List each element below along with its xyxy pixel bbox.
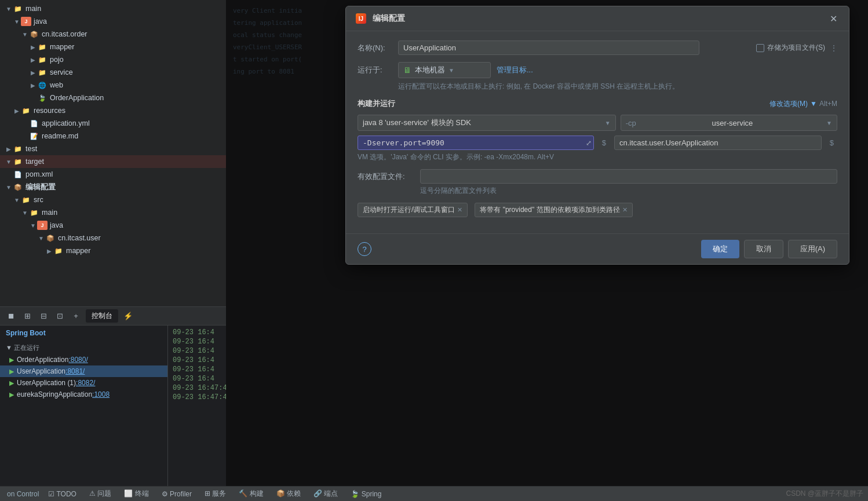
tab-console[interactable]: 控制台	[86, 309, 118, 323]
tree-label: cn.itcast.order	[42, 30, 87, 38]
status-on-control[interactable]: on Control	[5, 489, 41, 499]
tree-item-service[interactable]: ▶ 📁 service	[0, 66, 226, 79]
name-input[interactable]	[398, 41, 699, 55]
tree-item-readme[interactable]: 📝 readme.md	[0, 130, 226, 142]
app-port[interactable]: :8081/	[65, 367, 85, 375]
tree-arrow: ▼	[5, 184, 13, 191]
tree-item-java2[interactable]: ▼ J java	[0, 219, 226, 232]
layout-icon[interactable]: ⊞	[21, 310, 34, 323]
checkbox-square	[756, 44, 764, 52]
tree-item-mapper[interactable]: ▶ 📁 mapper	[0, 41, 226, 53]
tree-item-order-app[interactable]: 🍃 OrderApplication	[0, 92, 226, 104]
tree-item-java[interactable]: ▼ J java	[0, 15, 226, 28]
file-tree: ▼ 📁 main ▼ J java ▼ 📦 cn.itcast.order	[0, 0, 226, 306]
add-icon[interactable]: +	[70, 310, 82, 323]
tab-deps-label: 依赖	[287, 489, 301, 498]
cancel-button[interactable]: 取消	[744, 240, 783, 258]
dialog-close-button[interactable]: ✕	[827, 12, 840, 25]
app-name: eurekaSpringApplication	[17, 390, 92, 398]
tree-item-pojo[interactable]: ▶ 📁 pojo	[0, 53, 226, 66]
main-class-value: cn.itcast.user.UserApplication	[619, 138, 719, 147]
folder-icon: 📁	[21, 195, 31, 204]
vm-options-input[interactable]	[358, 136, 594, 150]
option-tag-1[interactable]: 启动时打开运行/调试工具窗口 ✕	[358, 203, 468, 217]
log-time: 09-23 16:4	[173, 338, 214, 346]
tree-item-app-yml[interactable]: 📄 application.yml	[0, 117, 226, 130]
build-run-section-header: 构建并运行 修改选项(M) ▼ Alt+M	[358, 98, 837, 109]
config-files-input[interactable]	[420, 169, 837, 184]
dialog-body: 名称(N): 存储为项目文件(S) ⋮ 运行于: 🖥 本地机	[346, 31, 849, 233]
tree-arrow: ▶	[29, 70, 37, 76]
tab-profiler[interactable]: ⚙ Profiler	[156, 488, 198, 500]
option-tag-1-remove-icon[interactable]: ✕	[457, 206, 462, 214]
tree-label: test	[25, 145, 37, 153]
yaml-icon: 📄	[29, 119, 39, 128]
apply-button[interactable]: 应用(A)	[788, 240, 837, 258]
sdk-value: java 8 'user-service' 模块的 SDK	[363, 118, 471, 128]
tree-item-main[interactable]: ▼ 📁 main	[0, 2, 226, 15]
app-name: OrderApplication	[17, 356, 68, 364]
save-as-project-checkbox[interactable]: 存储为项目文件(S) ⋮	[756, 43, 837, 53]
app-item-user1[interactable]: ▶ UserApplication :8081/	[0, 365, 167, 377]
tree-item-mapper2[interactable]: ▶ 📁 mapper	[0, 244, 226, 257]
confirm-button[interactable]: 确定	[701, 240, 739, 258]
tab-endpoints[interactable]: 🔗 端点	[308, 487, 344, 500]
todo-icon: ☑	[48, 490, 54, 498]
filter-icon[interactable]: ⊟	[37, 310, 50, 323]
options-row: 启动时打开运行/调试工具窗口 ✕ 将带有 "provided" 范围的依赖项添加…	[358, 203, 837, 217]
run-at-select[interactable]: 🖥 本地机器 ▼	[398, 62, 491, 78]
tab-services[interactable]: ⊞ 服务	[199, 487, 232, 500]
tree-item-cn-itcast-user[interactable]: ▼ 📦 cn.itcast.user	[0, 232, 226, 244]
stop-icon[interactable]: ⏹	[5, 310, 17, 323]
local-machine-label: 本地机器	[415, 65, 445, 75]
app-port[interactable]: :8082/	[76, 379, 95, 387]
tree-arrow: ▶	[29, 44, 37, 50]
log-time: 09-23 16:47:48:120	[173, 393, 226, 401]
help-icon[interactable]: ?	[358, 242, 371, 256]
tree-item-cn-itcast-order[interactable]: ▼ 📦 cn.itcast.order	[0, 28, 226, 41]
option-tag-2[interactable]: 将带有 "provided" 范围的依赖项添加到类路径 ✕	[475, 203, 632, 217]
tab-deps[interactable]: 📦 依赖	[271, 487, 307, 500]
tree-item-target[interactable]: ▼ 📁 target	[0, 155, 226, 168]
app-port[interactable]: :1008	[92, 390, 110, 398]
tree-arrow: ▼	[5, 6, 13, 12]
tab-build[interactable]: 🔨 构建	[233, 487, 269, 500]
watermark-text: CSDN @蓝胖子不是胖子	[786, 489, 863, 499]
local-machine-dot: 🖥	[403, 65, 411, 75]
tree-label: java	[50, 221, 63, 229]
tree-item-src[interactable]: ▼ 📁 src	[0, 193, 226, 206]
expand-icon[interactable]: ⤢	[586, 139, 592, 147]
modify-options-btn[interactable]: 修改选项(M) ▼ Alt+M	[769, 99, 837, 109]
app-item-user2[interactable]: ▶ UserApplication (1) :8082/	[0, 377, 167, 389]
tree-item-test[interactable]: ▶ 📁 test	[0, 142, 226, 155]
config-files-row: 有效配置文件:	[358, 169, 837, 184]
manage-target-link[interactable]: 管理目标...	[497, 65, 533, 75]
module-icon: 📦	[13, 182, 23, 192]
tree-arrow: ▶	[5, 146, 13, 152]
tab-spring-label: Spring	[362, 490, 382, 498]
spring-icon: 🍃	[351, 490, 359, 498]
tab-terminal[interactable]: ⬜ 终端	[118, 487, 154, 500]
option-tag-2-remove-icon[interactable]: ✕	[622, 206, 628, 214]
refresh-icon[interactable]: ⊡	[53, 310, 66, 323]
app-port[interactable]: :8080/	[68, 356, 87, 364]
debug-icon[interactable]: ⚡	[122, 310, 134, 323]
tree-item-main2[interactable]: ▼ 📁 main	[0, 206, 226, 219]
edit-config-dialog: IJ 编辑配置 ✕ 名称(N): 存储为项目文件(S) ⋮	[345, 6, 849, 265]
tree-label: 编辑配置	[25, 182, 56, 192]
dialog-footer: ? 确定 取消 应用(A)	[346, 233, 849, 264]
tree-item-pom[interactable]: 📄 pom.xml	[0, 168, 226, 181]
tree-item-web[interactable]: ▶ 🌐 web	[0, 79, 226, 92]
log-time: 09-23 16:4	[173, 356, 214, 364]
sdk-select[interactable]: java 8 'user-service' 模块的 SDK ▼	[358, 115, 616, 131]
tab-problems[interactable]: ⚠ 问题	[83, 487, 117, 500]
log-line-long1: 09-23 16:47:47:719 INFO 50984 --- [nfoRe…	[173, 383, 221, 393]
tab-todo[interactable]: ☑ TODO	[42, 488, 82, 500]
tree-item-resources[interactable]: ▶ 📁 resources	[0, 104, 226, 117]
spring-boot-header: Spring Boot	[0, 326, 167, 341]
app-item-order[interactable]: ▶ OrderApplication :8080/	[0, 354, 167, 365]
tree-label: resources	[34, 107, 65, 115]
tab-spring[interactable]: 🍃 Spring	[345, 488, 387, 500]
app-item-eureka[interactable]: ▶ eurekaSpringApplication :1008	[0, 389, 167, 400]
tree-item-user-service[interactable]: ▼ 📦 编辑配置	[0, 181, 226, 193]
